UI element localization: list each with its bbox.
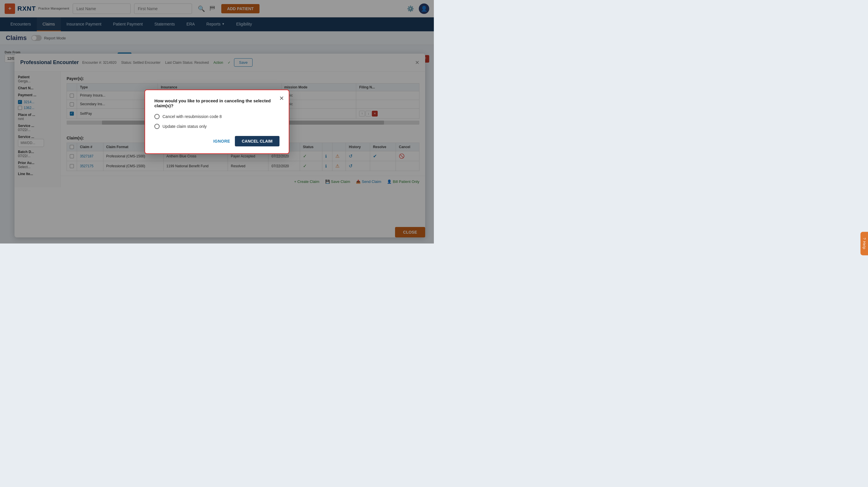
radio-option-resubmission[interactable]: Cancel with resubmission code 8: [154, 114, 279, 119]
dialog-buttons: IGNORE CANCEL CLAIM: [154, 136, 279, 146]
modal-overlay: ✕ How would you like to proceed in cance…: [0, 0, 434, 244]
radio-status-only[interactable]: [154, 124, 160, 129]
radio-status-only-label: Update claim status only: [162, 124, 207, 129]
ignore-button[interactable]: IGNORE: [213, 136, 230, 146]
cancel-claim-dialog: ✕ How would you like to proceed in cance…: [145, 90, 289, 154]
cancel-dialog-close-button[interactable]: ✕: [279, 95, 284, 102]
radio-resubmission[interactable]: [154, 114, 160, 119]
cancel-claim-confirm-button[interactable]: CANCEL CLAIM: [235, 136, 279, 146]
radio-resubmission-label: Cancel with resubmission code 8: [162, 114, 222, 119]
radio-option-status-only[interactable]: Update claim status only: [154, 124, 279, 129]
cancel-dialog-title: How would you like to proceed in canceli…: [154, 98, 279, 108]
